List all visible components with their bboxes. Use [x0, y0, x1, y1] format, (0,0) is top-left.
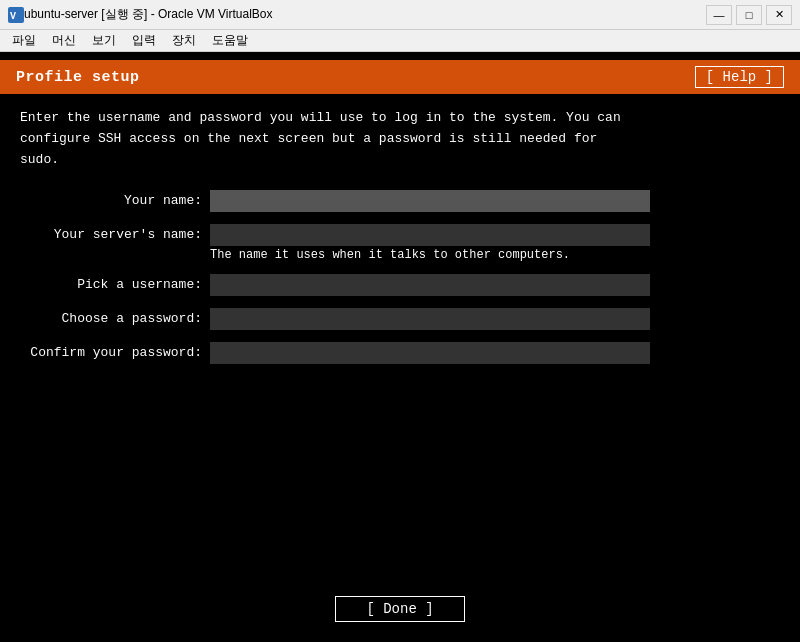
username-input[interactable] [210, 274, 650, 296]
menu-item-input[interactable]: 입력 [124, 30, 164, 51]
confirm-password-input-area [210, 342, 780, 364]
server-name-input-area: The name it uses when it talks to other … [210, 224, 780, 262]
confirm-password-label: Confirm your password: [20, 342, 210, 360]
vm-content: Profile setup [ Help ] Enter the usernam… [0, 52, 800, 642]
title-bar: V ubuntu-server [실행 중] - Oracle VM Virtu… [0, 0, 800, 30]
done-button[interactable]: [ Done ] [335, 596, 464, 622]
password-input[interactable] [210, 308, 650, 330]
description-text: Enter the username and password you will… [20, 108, 780, 170]
confirm-password-input[interactable] [210, 342, 650, 364]
password-input-area [210, 308, 780, 330]
window-title: ubuntu-server [실행 중] - Oracle VM Virtual… [24, 6, 706, 23]
password-label: Choose a password: [20, 308, 210, 326]
server-name-label: Your server's name: [20, 224, 210, 242]
app-icon: V [8, 7, 24, 23]
your-name-input-area [210, 190, 780, 212]
your-name-label: Your name: [20, 190, 210, 208]
username-row: Pick a username: [20, 274, 780, 296]
profile-header: Profile setup [ Help ] [0, 60, 800, 94]
minimize-button[interactable]: — [706, 5, 732, 25]
profile-title: Profile setup [16, 69, 140, 86]
main-content: Enter the username and password you will… [0, 94, 800, 580]
server-name-hint: The name it uses when it talks to other … [210, 248, 780, 262]
close-button[interactable]: ✕ [766, 5, 792, 25]
help-button[interactable]: [ Help ] [695, 66, 784, 88]
menu-item-help[interactable]: 도움말 [204, 30, 256, 51]
maximize-button[interactable]: □ [736, 5, 762, 25]
form-area: Your name: Your server's name: The name … [20, 190, 780, 364]
username-label: Pick a username: [20, 274, 210, 292]
bottom-bar: [ Done ] [0, 580, 800, 642]
your-name-input[interactable] [210, 190, 650, 212]
svg-text:V: V [10, 11, 16, 22]
menu-item-devices[interactable]: 장치 [164, 30, 204, 51]
menu-bar: 파일 머신 보기 입력 장치 도움말 [0, 30, 800, 52]
window-controls: — □ ✕ [706, 5, 792, 25]
menu-item-view[interactable]: 보기 [84, 30, 124, 51]
server-name-row: Your server's name: The name it uses whe… [20, 224, 780, 262]
menu-item-file[interactable]: 파일 [4, 30, 44, 51]
confirm-password-row: Confirm your password: [20, 342, 780, 364]
username-input-area [210, 274, 780, 296]
menu-item-machine[interactable]: 머신 [44, 30, 84, 51]
password-row: Choose a password: [20, 308, 780, 330]
your-name-row: Your name: [20, 190, 780, 212]
server-name-input[interactable] [210, 224, 650, 246]
